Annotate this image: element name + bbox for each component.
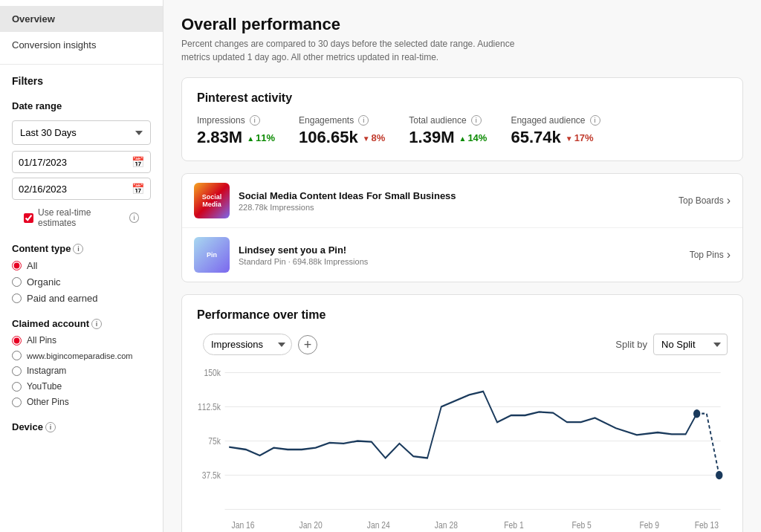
date-range-select[interactable]: Last 30 Days xyxy=(12,120,151,145)
total-audience-info-icon[interactable]: i xyxy=(471,115,482,126)
start-date-input-row: 📅 xyxy=(12,151,151,173)
start-date-input[interactable] xyxy=(19,157,132,168)
total-audience-arrow-up xyxy=(459,132,466,143)
claimed-account-label: Claimed account i xyxy=(12,318,151,329)
svg-line-18 xyxy=(707,414,719,476)
device-info-icon[interactable]: i xyxy=(45,422,56,432)
content-type-info-icon[interactable]: i xyxy=(73,244,83,254)
featured-title-0: Social Media Content Ideas For Small Bus… xyxy=(239,190,679,201)
featured-info-0: Social Media Content Ideas For Small Bus… xyxy=(239,190,679,212)
impressions-arrow-up xyxy=(247,132,254,143)
sidebar-item-conversion[interactable]: Conversion insights xyxy=(0,32,163,58)
split-select[interactable]: No Split xyxy=(653,334,728,355)
claimed-youtube[interactable]: YouTube xyxy=(12,381,151,392)
svg-text:112.5k: 112.5k xyxy=(198,402,221,412)
start-date-calendar-icon[interactable]: 📅 xyxy=(132,156,144,168)
svg-text:Feb 9: Feb 9 xyxy=(640,520,659,530)
end-date-input-row: 📅 xyxy=(12,178,151,200)
featured-item-0: Social Media Social Media Content Ideas … xyxy=(182,174,742,228)
date-range-label: Date range xyxy=(0,93,163,114)
end-date-input[interactable] xyxy=(19,184,132,195)
metric-engaged-audience-label: Engaged audience i xyxy=(511,115,600,126)
chevron-right-icon-1 xyxy=(727,248,731,262)
metric-total-audience-label: Total audience i xyxy=(409,115,487,126)
claimed-all-pins[interactable]: All Pins xyxy=(12,335,151,346)
engagements-arrow-down xyxy=(363,132,370,143)
claimed-account-info-icon[interactable]: i xyxy=(91,319,102,329)
realtime-checkbox-row: Use real-time estimates i xyxy=(12,204,151,231)
featured-sub-0: 228.78k Impressions xyxy=(239,203,679,212)
content-type-group: Content type i All Organic Paid and earn… xyxy=(0,237,163,312)
engagements-info-icon[interactable]: i xyxy=(358,115,369,126)
performance-header: Performance over time xyxy=(197,308,728,322)
featured-info-1: Lindsey sent you a Pin! Standard Pin · 6… xyxy=(239,244,690,266)
featured-action-1[interactable]: Top Pins xyxy=(690,248,731,262)
metric-impressions-label: Impressions i xyxy=(197,115,275,126)
filters-header: Filters xyxy=(0,64,163,93)
svg-text:Jan 28: Jan 28 xyxy=(435,520,458,530)
end-date-calendar-icon[interactable]: 📅 xyxy=(132,183,144,195)
main-content: Overall performance Percent changes are … xyxy=(163,0,761,532)
featured-thumb-social-img: Social Media xyxy=(194,183,230,218)
performance-chart: 150k 112.5k 75k 37.5k Jan 16 Jan 20 Jan … xyxy=(197,364,728,532)
svg-text:150k: 150k xyxy=(204,368,221,377)
page-subtitle: Percent changes are compared to 30 days … xyxy=(181,37,538,64)
claimed-website[interactable]: www.bigincomeparadise.com xyxy=(12,351,151,360)
svg-text:Jan 16: Jan 16 xyxy=(231,520,254,530)
device-group: Device i xyxy=(0,415,163,441)
metric-engagements: Engagements i 106.65k 8% xyxy=(299,115,385,147)
content-type-organic[interactable]: Organic xyxy=(12,276,151,288)
metric-total-audience-value: 1.39M 14% xyxy=(409,128,487,147)
featured-sub-1: Standard Pin · 694.88k Impressions xyxy=(239,257,690,266)
engagements-change: 8% xyxy=(363,132,386,143)
impressions-info-icon[interactable]: i xyxy=(250,115,260,126)
performance-controls-right: Split by No Split xyxy=(615,334,728,355)
featured-thumb-0: Social Media xyxy=(194,183,230,218)
add-metric-button[interactable]: + xyxy=(298,335,317,354)
pinterest-activity-card: Pinterest activity Impressions i 2.83M 1… xyxy=(181,77,743,161)
realtime-label: Use real-time estimates xyxy=(38,207,123,228)
engaged-audience-info-icon[interactable]: i xyxy=(590,115,600,126)
claimed-other-pins[interactable]: Other Pins xyxy=(12,397,151,407)
engaged-audience-arrow-down xyxy=(566,132,573,143)
metric-total-audience: Total audience i 1.39M 14% xyxy=(409,115,487,147)
sidebar-nav: Overview Conversion insights xyxy=(0,0,163,64)
realtime-checkbox[interactable] xyxy=(24,213,33,223)
metric-select[interactable]: Impressions xyxy=(203,334,292,355)
performance-controls-left: Impressions + xyxy=(197,334,317,355)
realtime-info-icon[interactable]: i xyxy=(129,213,139,223)
date-range-section: Last 30 Days 📅 📅 Use real-time estimates… xyxy=(0,114,163,237)
svg-text:Jan 20: Jan 20 xyxy=(299,520,323,530)
content-type-paid[interactable]: Paid and earned xyxy=(12,293,151,304)
metric-engaged-audience-value: 65.74k 17% xyxy=(511,128,600,147)
sidebar: Overview Conversion insights Filters Dat… xyxy=(0,0,163,532)
activity-card-title: Pinterest activity xyxy=(197,91,728,105)
svg-text:75k: 75k xyxy=(208,436,221,446)
featured-item-1: Pin Lindsey sent you a Pin! Standard Pin… xyxy=(182,228,742,282)
content-type-label: Content type i xyxy=(12,243,151,254)
svg-text:Feb 1: Feb 1 xyxy=(504,520,523,530)
svg-text:Jan 24: Jan 24 xyxy=(367,520,391,530)
metric-engagements-value: 106.65k 8% xyxy=(299,128,385,147)
page-title: Overall performance xyxy=(181,15,743,34)
total-audience-change: 14% xyxy=(459,132,487,143)
performance-card: Performance over time Impressions + Spli… xyxy=(181,294,743,532)
device-label: Device i xyxy=(12,421,151,432)
sidebar-item-overview[interactable]: Overview xyxy=(0,6,163,32)
split-by-label: Split by xyxy=(615,339,647,350)
metric-impressions: Impressions i 2.83M 11% xyxy=(197,115,275,147)
chart-dot-dashed-end xyxy=(716,471,722,480)
claimed-account-group: Claimed account i All Pins www.bigincome… xyxy=(0,312,163,415)
metric-engaged-audience: Engaged audience i 65.74k 17% xyxy=(511,115,600,147)
chart-line-solid xyxy=(229,392,696,458)
chart-container: 150k 112.5k 75k 37.5k Jan 16 Jan 20 Jan … xyxy=(197,364,728,532)
metrics-row: Impressions i 2.83M 11% Engagements i xyxy=(197,115,728,147)
featured-action-0[interactable]: Top Boards xyxy=(679,194,731,207)
engaged-audience-change: 17% xyxy=(566,132,594,143)
featured-title-1: Lindsey sent you a Pin! xyxy=(239,244,690,256)
svg-text:Feb 13: Feb 13 xyxy=(695,520,719,530)
svg-text:37.5k: 37.5k xyxy=(202,470,221,480)
content-type-all[interactable]: All xyxy=(12,260,151,271)
performance-title: Performance over time xyxy=(197,308,326,322)
claimed-instagram[interactable]: Instagram xyxy=(12,366,151,376)
